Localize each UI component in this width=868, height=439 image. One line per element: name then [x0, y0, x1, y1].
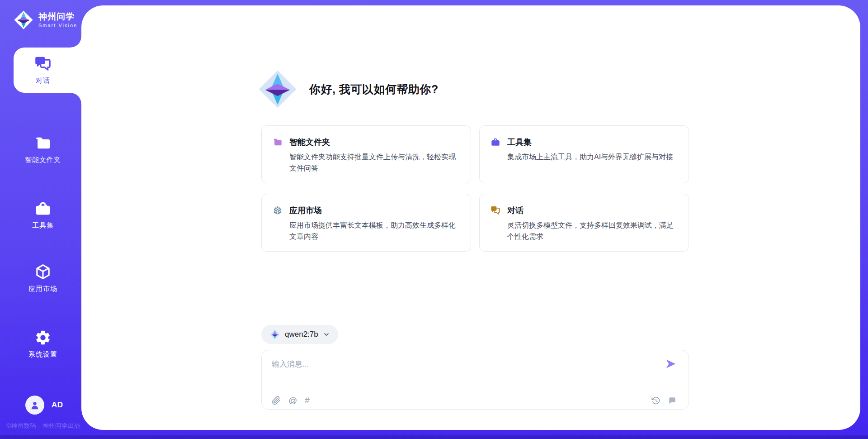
composer-divider: [272, 390, 675, 390]
sidebar: 神州问学 Smart Vision 对话 智能文件夹 工具集 应用市场 系统设置…: [0, 0, 81, 439]
model-selector[interactable]: qwen2:7b: [261, 325, 338, 344]
brand-logo-icon: [14, 10, 33, 30]
bottom-edge-strip: [0, 435, 868, 439]
model-name: qwen2:7b: [285, 330, 318, 339]
card-description: 灵活切换多模型文件，支持多样回复效果调试，满足个性化需求: [507, 220, 678, 243]
brand-name: 神州问学: [38, 12, 77, 22]
active-tab-fillet-bottom: [71, 93, 81, 104]
chat-bubble-icon[interactable]: [668, 396, 677, 405]
card-description: 集成市场上主流工具，助力AI与外界无缝扩展与对接: [507, 152, 678, 163]
card-app-market[interactable]: 应用市场 应用市场提供丰富长文本模板，助力高效生成多样化文章内容: [261, 194, 471, 252]
gear-icon: [34, 329, 52, 346]
message-composer: @ #: [261, 350, 689, 410]
sidebar-footer: ©神州数码 · 神州问学出品: [6, 422, 80, 430]
chat-bubbles-icon: [491, 205, 500, 215]
diamond-logo-icon: [269, 329, 280, 340]
user-account[interactable]: AD: [25, 396, 63, 415]
brand-subtitle: Smart Vision: [38, 23, 77, 28]
sidebar-item-settings[interactable]: 系统设置: [0, 321, 86, 367]
card-description: 智能文件夹功能支持批量文件上传与清洗，轻松实现文件问答: [289, 152, 460, 174]
active-tab-fillet-top: [71, 37, 81, 48]
card-title: 工具集: [507, 137, 532, 148]
send-icon[interactable]: [665, 358, 677, 370]
toolbox-icon: [491, 137, 500, 147]
card-toolset[interactable]: 工具集 集成市场上主流工具，助力AI与外界无缝扩展与对接: [479, 125, 689, 183]
chevron-down-icon: [323, 331, 330, 338]
card-title: 智能文件夹: [289, 137, 330, 148]
card-smart-folder[interactable]: 智能文件夹 智能文件夹功能支持批量文件上传与清洗，轻松实现文件问答: [261, 125, 471, 183]
greeting-text: 你好, 我可以如何帮助你?: [309, 82, 439, 97]
greeting-logo-icon: [258, 69, 297, 109]
card-chat[interactable]: 对话 灵活切换多模型文件，支持多样回复效果调试，满足个性化需求: [479, 194, 689, 252]
user-initials: AD: [52, 401, 63, 410]
sidebar-item-label: 智能文件夹: [25, 156, 61, 164]
avatar: [25, 396, 44, 415]
folder-icon: [34, 134, 52, 152]
sidebar-item-chat[interactable]: 对话: [0, 48, 86, 93]
sidebar-item-label: 应用市场: [28, 285, 57, 293]
at-sign-icon[interactable]: @: [288, 396, 297, 405]
person-icon: [29, 400, 40, 410]
sidebar-item-app-market[interactable]: 应用市场: [0, 256, 86, 301]
feature-cards: 智能文件夹 智能文件夹功能支持批量文件上传与清洗，轻松实现文件问答 工具集 集成…: [261, 125, 689, 252]
cube-icon: [34, 263, 52, 281]
sidebar-item-label: 系统设置: [28, 350, 57, 359]
paperclip-icon[interactable]: [272, 396, 281, 405]
sidebar-item-label: 工具集: [32, 221, 54, 230]
chat-bubbles-icon: [34, 55, 52, 72]
greeting: 你好, 我可以如何帮助你?: [258, 69, 439, 109]
sidebar-item-label: 对话: [36, 76, 50, 85]
grid-cube-icon: [273, 205, 283, 215]
card-description: 应用市场提供丰富长文本模板，助力高效生成多样化文章内容: [289, 220, 460, 243]
sidebar-item-toolset[interactable]: 工具集: [0, 192, 86, 238]
message-input[interactable]: [272, 358, 651, 371]
sidebar-item-smart-folder[interactable]: 智能文件夹: [0, 127, 86, 172]
card-title: 应用市场: [289, 205, 322, 216]
toolbox-icon: [34, 200, 52, 217]
hash-icon[interactable]: #: [305, 396, 310, 405]
card-title: 对话: [507, 205, 524, 216]
history-icon[interactable]: [651, 396, 660, 405]
main-panel: 你好, 我可以如何帮助你? 智能文件夹 智能文件夹功能支持批量文件上传与清洗，轻…: [81, 5, 860, 430]
folder-icon: [273, 137, 283, 147]
brand: 神州问学 Smart Vision: [14, 10, 77, 30]
